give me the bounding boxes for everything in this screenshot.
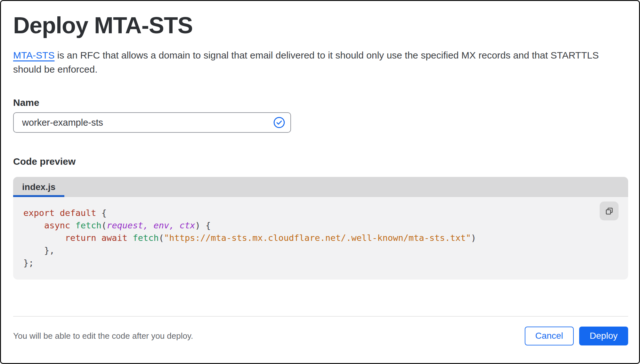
code-preview-block: index.js export default { async fetch(re…: [13, 177, 628, 280]
name-label: Name: [13, 98, 626, 108]
footer-divider: [13, 316, 628, 317]
tab-index-js[interactable]: index.js: [13, 177, 64, 197]
code-line: return await fetch("https://mta-sts.mx.c…: [23, 232, 590, 244]
deploy-note: You will be able to edit the code after …: [13, 331, 193, 341]
footer-buttons: Cancel Deploy: [525, 327, 628, 345]
check-circle-icon: [273, 116, 285, 129]
name-input[interactable]: [13, 112, 291, 133]
code-line: async fetch(request, env, ctx) {: [23, 219, 590, 232]
code-line: export default {: [23, 207, 590, 219]
page-title: Deploy MTA-STS: [13, 13, 626, 37]
copy-code-button[interactable]: [600, 202, 619, 220]
copy-icon: [605, 207, 614, 216]
code-tabbar: index.js: [13, 177, 628, 197]
mta-sts-link[interactable]: MTA-STS: [13, 50, 54, 60]
dialog-content: Deploy MTA-STS MTA-STS is an RFC that al…: [1, 13, 639, 346]
code-area: export default { async fetch(request, en…: [13, 197, 628, 280]
footer: You will be able to edit the code after …: [13, 326, 628, 346]
description-line2: should be enforced.: [13, 64, 98, 75]
cancel-button[interactable]: Cancel: [525, 327, 574, 345]
deploy-button[interactable]: Deploy: [579, 327, 628, 345]
tab-label: index.js: [22, 182, 55, 192]
code-lines: export default { async fetch(request, en…: [13, 197, 628, 269]
description: MTA-STS is an RFC that allows a domain t…: [13, 48, 626, 76]
description-line1: is an RFC that allows a domain to signal…: [54, 50, 599, 60]
code-line: },: [23, 244, 590, 257]
deploy-mta-sts-dialog: Deploy MTA-STS MTA-STS is an RFC that al…: [0, 0, 640, 364]
name-input-wrap: [13, 112, 291, 133]
code-line: };: [23, 257, 590, 269]
code-preview-label: Code preview: [13, 156, 626, 167]
